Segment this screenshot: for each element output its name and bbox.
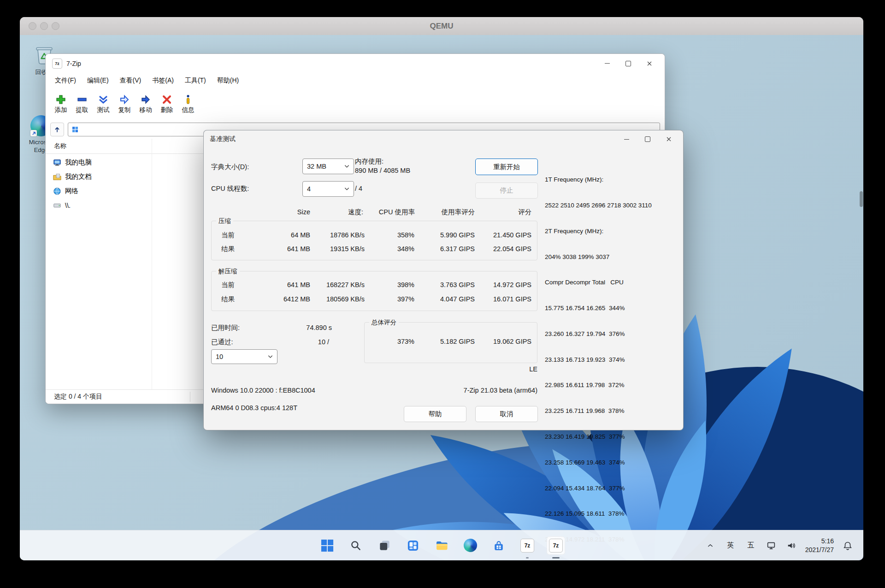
decompression-current-rating: 14.972 GIPS [493,281,531,288]
seven-zip-icon: 7z [549,539,563,553]
tray-chevron-button[interactable] [701,536,720,555]
notification-bell-button[interactable] [838,536,857,555]
add-button[interactable]: 添加 [50,94,71,114]
menu-view[interactable]: 查看(V) [114,74,147,87]
info-button[interactable]: 信息 [177,94,199,114]
ime-mode-button[interactable]: 五 [742,536,760,555]
maximize-button[interactable] [618,54,639,73]
store-button[interactable] [490,536,508,555]
task-view-button[interactable] [375,536,394,555]
store-icon [492,539,505,552]
extract-button[interactable]: 提取 [71,94,93,114]
decompression-result-label: 结果 [221,295,235,304]
date: 2021/7/27 [805,546,834,554]
seven-zip-benchmark-taskbar-button[interactable]: 7z [547,536,565,555]
volume-button[interactable] [782,536,801,555]
rating-column-header: 评分 [518,208,531,217]
cpu-threads-select[interactable]: 4 [302,181,354,197]
up-level-button[interactable] [50,123,64,136]
list-item-root-drive[interactable]: \\. [46,198,157,212]
widgets-button[interactable] [404,536,422,555]
menu-favorites[interactable]: 书签(A) [147,74,179,87]
test-button[interactable]: 测试 [93,94,114,114]
file-explorer-button[interactable] [432,536,451,555]
search-icon [350,540,362,552]
decompression-current-size: 641 MB [287,281,310,288]
restart-button[interactable]: 重新开始 [475,159,538,175]
elapsed-time-value: 74.890 s [306,324,332,331]
close-button[interactable] [639,54,660,73]
cpu-frequency-info: 1T Frequency (MHz): 2522 2510 2495 2696 … [545,159,679,560]
documents-icon [53,173,61,181]
compression-result-size: 641 MB [287,245,310,253]
compression-result-label: 结果 [221,245,235,253]
delete-icon [161,94,172,105]
start-button[interactable] [318,536,336,555]
stop-button[interactable]: 停止 [475,182,538,199]
close-traffic-light[interactable] [29,22,36,30]
test-icon [98,94,109,105]
scrollbar-thumb[interactable] [860,191,863,207]
benchmark-maximize-button[interactable] [637,130,658,148]
ethernet-icon [766,541,776,551]
search-button[interactable] [347,536,365,555]
clock[interactable]: 5:16 2021/7/27 [802,537,837,554]
widgets-icon [407,539,419,552]
decompression-result-speed: 180569 KB/s [326,295,365,303]
column-name-header[interactable]: 名称 [54,142,66,150]
zoom-traffic-light[interactable] [52,22,59,30]
move-icon [140,94,151,105]
menu-file[interactable]: 文件(F) [49,74,82,87]
task-view-icon [378,539,391,552]
toolbar: 添加 提取 测试 复制 移动 [46,88,665,120]
speaker-icon [786,541,796,551]
memory-usage-value: 890 MB / 4085 MB [355,167,410,174]
edge-button[interactable] [461,536,479,555]
seven-zip-titlebar: 7z 7-Zip [46,54,665,73]
speed-column-header: 速度: [348,208,363,217]
compression-legend: 压缩 [216,217,233,225]
total-usage-rating: 5.182 GIPS [440,338,475,345]
benchmark-minimize-button[interactable] [616,130,637,148]
threads-total-label: / 4 [355,185,362,192]
help-button[interactable]: 帮助 [404,406,466,422]
cpu-arch-info: ARM64 0 D08.3 cpus:4 128T [211,404,297,412]
menu-tools[interactable]: 工具(T) [179,74,212,87]
ethernet-button[interactable] [762,536,780,555]
passes-select[interactable]: 10 [211,349,277,364]
decompression-result-size: 6412 MB [283,295,310,303]
benchmark-dialog: 基准测试 字典大小(D): 32 MB 内存使用: 890 MB / 4085 … [203,130,684,430]
dictionary-size-select[interactable]: 32 MB [302,159,354,174]
version-info: 7-Zip 21.03 beta (arm64) [464,387,537,394]
list-item-documents[interactable]: 我的文档 [46,170,157,184]
menu-bar: 文件(F) 编辑(E) 查看(V) 书签(A) 工具(T) 帮助(H) [46,73,665,88]
compression-result-rating: 22.054 GIPS [493,245,531,253]
time: 5:16 [805,537,834,546]
minimize-button[interactable] [596,54,618,73]
decompression-result-usage-rating: 4.047 GIPS [440,295,475,303]
chevron-down-icon [344,187,349,191]
copy-button[interactable]: 复制 [114,94,135,114]
os-info: Windows 10.0 22000 : f:EB8C1004 [211,387,315,394]
computer-icon [72,126,78,133]
bell-icon [843,541,853,551]
seven-zip-taskbar-button[interactable]: 7z [518,536,537,555]
compression-current-usage-rating: 5.990 GIPS [440,231,475,239]
computer-icon [53,159,61,167]
minimize-traffic-light[interactable] [40,22,48,30]
compression-current-label: 当前 [221,231,235,240]
delete-button[interactable]: 删除 [156,94,177,114]
move-button[interactable]: 移动 [135,94,156,114]
qemu-window: QEMU [20,17,863,560]
list-item-network[interactable]: 网络 [46,184,157,198]
benchmark-close-button[interactable] [658,130,679,148]
list-item-computer[interactable]: 我的电脑 [46,155,157,170]
compression-current-rating: 21.450 GIPS [493,231,531,239]
cancel-button[interactable]: 取消 [475,406,538,422]
menu-help[interactable]: 帮助(H) [212,74,244,87]
ime-language-button[interactable]: 英 [721,536,740,555]
menu-edit[interactable]: 编辑(E) [82,74,114,87]
total-cpu-usage: 373% [397,338,414,345]
compression-result-usage-rating: 6.317 GIPS [440,245,475,253]
windows-logo-icon [321,539,334,552]
